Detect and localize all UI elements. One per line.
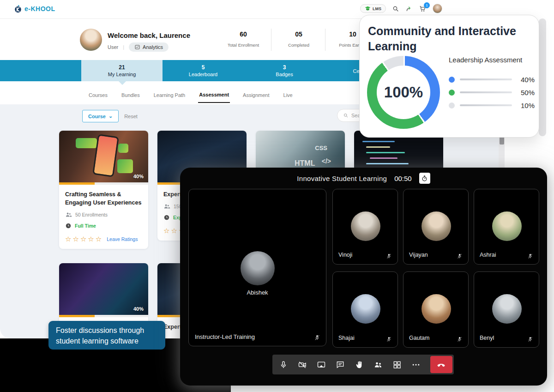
course-tabs: Courses Bundles Learning Path Assessment…	[88, 85, 294, 104]
course-title: Crafting Seamless & Engaging User Experi…	[65, 190, 142, 207]
legend-row: 40%	[449, 73, 535, 86]
donut-chart: 100%	[367, 56, 440, 129]
progress-percent: 40%	[133, 174, 144, 179]
participant-avatar	[241, 251, 275, 285]
participant-tile[interactable]: Vinoji	[332, 189, 398, 265]
camera-off-button[interactable]	[293, 355, 312, 374]
timer-button[interactable]	[419, 173, 430, 184]
reset-filters-button[interactable]: Reset	[124, 114, 138, 119]
legend-line	[460, 104, 512, 106]
participant-avatar	[351, 294, 380, 324]
stat-label: Completed	[271, 42, 326, 48]
nav-count: 21	[119, 64, 125, 71]
welcome-greeting: Welcome back, Laurence	[108, 31, 190, 39]
tab-courses[interactable]: Courses	[88, 87, 108, 103]
chart-legend: 40% 50% 10%	[449, 73, 535, 112]
stat-label: Total Enrollment	[216, 42, 271, 48]
course-card-1[interactable]: 40% Crafting Seamless & Engaging User Ex…	[59, 131, 148, 249]
legend-dot	[449, 77, 455, 83]
participant-avatar	[422, 211, 451, 241]
cart-count-badge: 1	[424, 2, 430, 8]
user-role-label: User	[108, 44, 118, 50]
mic-off-icon	[457, 336, 463, 342]
meeting-title: Innovative Student Learning	[297, 175, 387, 182]
mic-off-icon	[386, 336, 392, 342]
active-nav-caret	[119, 81, 126, 85]
mic-off-icon	[386, 253, 392, 259]
participant-tile[interactable]: Ashrai	[474, 189, 539, 265]
stage-tile[interactable]: Abishek Instructor-Led Training	[188, 189, 326, 346]
enrollments-icon	[65, 212, 72, 217]
legend-value: 10%	[517, 102, 535, 109]
tab-bundles[interactable]: Bundles	[120, 87, 141, 103]
analytics-button[interactable]: Analytics	[129, 42, 169, 52]
course-filter-dropdown[interactable]: Course ⌄	[82, 110, 119, 122]
image-label: </>	[322, 157, 331, 165]
donut-center-label: 100%	[384, 84, 423, 101]
background-card-edge	[539, 18, 546, 136]
nav-item-leaderboard[interactable]: 5 Leaderboard	[163, 60, 244, 81]
layout-grid-button[interactable]	[387, 355, 406, 374]
raise-hand-button[interactable]	[349, 355, 368, 374]
clock-icon	[65, 223, 72, 229]
stat-value: 05	[271, 30, 326, 38]
participant-name: Vijayan	[409, 252, 428, 258]
tab-assignment[interactable]: Assignment	[242, 87, 270, 103]
welcome-avatar	[80, 29, 102, 51]
mic-off-icon	[527, 253, 533, 259]
more-options-button[interactable]	[406, 355, 425, 374]
course-availability: Full Time	[75, 223, 96, 229]
participant-avatar	[492, 211, 522, 241]
nav-label: Badges	[276, 72, 293, 77]
nav-count: 5	[202, 64, 205, 71]
mic-button[interactable]	[274, 355, 293, 374]
legend-line	[460, 78, 512, 80]
stage-caption: Instructor-Led Training	[195, 333, 255, 340]
banner-line-1: Foster discussions through	[56, 325, 158, 336]
rating-stars[interactable]: ☆☆☆☆☆	[65, 235, 103, 243]
phone-down-icon	[436, 360, 446, 370]
tab-learning-path[interactable]: Learning Path	[153, 87, 187, 103]
tab-live[interactable]: Live	[283, 87, 294, 103]
chat-button[interactable]	[331, 355, 349, 374]
participants-button[interactable]	[368, 355, 387, 374]
participant-tile[interactable]: Vijayan	[403, 189, 469, 265]
participant-name: Vinoji	[338, 252, 352, 258]
user-avatar-small[interactable]	[433, 4, 442, 13]
mic-off-icon	[457, 253, 463, 259]
participant-avatar	[492, 294, 522, 324]
course-thumbnail: 40%	[59, 263, 148, 315]
lms-badge[interactable]: LMS	[360, 4, 386, 13]
tab-assessment[interactable]: Assessment	[198, 86, 230, 103]
participant-name: Ashrai	[480, 252, 496, 258]
nav-item-my-learning[interactable]: 21 My Learning	[81, 60, 163, 81]
app-logo[interactable]: e-KHOOL	[14, 5, 55, 13]
enrollments-icon	[163, 204, 170, 209]
participant-name: Benyl	[480, 335, 494, 341]
nav-label: Leaderboard	[189, 72, 217, 77]
marketing-banner: Foster discussions through student learn…	[48, 321, 165, 350]
cart-button[interactable]: 1	[419, 5, 427, 12]
legend-value: 50%	[517, 89, 535, 96]
course-thumbnail: 40%	[59, 131, 148, 182]
call-controls-bar	[272, 355, 454, 374]
leave-ratings-link[interactable]: Leave Ratings	[107, 236, 138, 242]
mic-off-icon	[314, 334, 320, 341]
participant-tile[interactable]: Benyl	[474, 271, 539, 348]
stat-value: 60	[216, 30, 271, 38]
share-icon[interactable]	[405, 5, 413, 12]
end-call-button[interactable]	[430, 356, 452, 373]
analytics-label: Analytics	[143, 44, 163, 50]
chart-title: Leadership Assessment	[449, 56, 522, 64]
participant-tile[interactable]: Gautam	[403, 271, 469, 348]
image-label: CSS	[315, 145, 327, 151]
community-title: Community and Interactive Learning	[368, 24, 525, 54]
mic-off-icon	[527, 336, 533, 342]
nav-item-badges[interactable]: 3 Badges	[244, 60, 325, 81]
search-icon[interactable]	[392, 5, 399, 12]
course-enrollments: 50 Enrollments	[75, 212, 108, 217]
progress-percent: 40%	[133, 306, 144, 312]
screen-share-button[interactable]	[312, 355, 331, 374]
participant-tile[interactable]: Shajai	[332, 271, 398, 348]
nav-label: My Learning	[108, 72, 136, 77]
